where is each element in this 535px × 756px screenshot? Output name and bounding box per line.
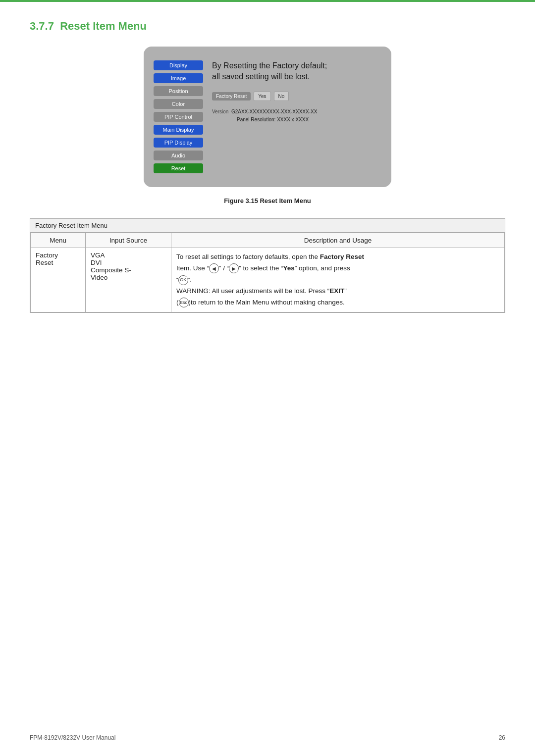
exit-bold: EXIT — [329, 287, 344, 295]
col-header-input-source: Input Source — [86, 233, 171, 248]
footer-left: FPM-8192V/8232V User Manual — [30, 734, 115, 741]
footer-right: 26 — [499, 734, 505, 741]
osd-no-btn: No — [274, 92, 289, 101]
osd-screenshot-container: Display Image Position Color PIP Control… — [30, 47, 505, 187]
osd-menu-main-display: Main Display — [154, 125, 203, 135]
osd-menu-position: Position — [154, 86, 203, 96]
osd-menu-audio: Audio — [154, 151, 203, 160]
table-group-header: Factory Reset Item Menu — [30, 219, 505, 233]
ok-btn: OK — [178, 275, 188, 285]
cell-menu: FactoryReset — [31, 248, 86, 312]
osd-menu-display: Display — [154, 60, 203, 70]
osd-box: Display Image Position Color PIP Control… — [144, 47, 391, 187]
osd-version-label: Version — [212, 109, 228, 114]
table-header-row: Menu Input Source Description and Usage — [31, 233, 505, 248]
figure-caption: Figure 3.15 Reset Item Menu — [30, 197, 505, 204]
osd-menu-color: Color — [154, 99, 203, 109]
section-title: 3.7.7 Reset Item Menu — [30, 20, 505, 33]
table-row: FactoryReset VGADVIComposite S-Video To … — [31, 248, 505, 312]
yes-bold: Yes — [283, 264, 295, 272]
osd-controls: Factory Reset Yes No — [212, 92, 379, 101]
osd-factory-reset-btn: Factory Reset — [212, 92, 251, 101]
osd-description: By Resetting the Factory default; all sa… — [212, 60, 379, 83]
osd-version-info: Version G2AXX-XXXXXXXXX-XXX-XXXXX-XX Pan… — [212, 108, 379, 124]
osd-menu-pip-control: PIP Control — [154, 112, 203, 122]
osd-main-area: By Resetting the Factory default; all sa… — [212, 60, 379, 173]
cell-input-source: VGADVIComposite S-Video — [86, 248, 171, 312]
col-header-description: Description and Usage — [171, 233, 505, 248]
osd-menu-pip-display: PIP Display — [154, 138, 203, 148]
top-accent-line — [0, 0, 535, 2]
osd-sidebar: Display Image Position Color PIP Control… — [154, 60, 203, 173]
osd-menu-image: Image — [154, 73, 203, 83]
page-footer: FPM-8192V/8232V User Manual 26 — [30, 730, 505, 741]
col-header-menu: Menu — [31, 233, 86, 248]
left-arrow-btn: ◀ — [209, 263, 219, 273]
osd-menu-reset: Reset — [154, 163, 203, 173]
esc-btn: Esc — [179, 298, 189, 307]
factory-reset-table: Menu Input Source Description and Usage … — [30, 233, 505, 312]
right-arrow-btn: ▶ — [229, 263, 239, 273]
table-wrapper: Factory Reset Item Menu Menu Input Sourc… — [30, 218, 505, 313]
factory-reset-bold: Factory Reset — [320, 253, 364, 260]
cell-description: To reset all settings to factory default… — [171, 248, 505, 312]
osd-yes-btn: Yes — [254, 92, 270, 101]
